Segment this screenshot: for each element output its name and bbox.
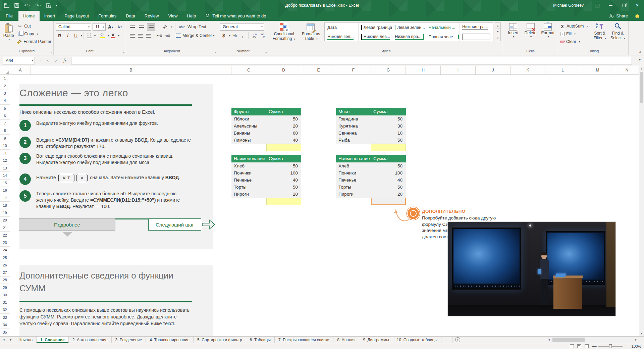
row-header-17[interactable]: 17 [0, 194, 10, 202]
row-header-26[interactable]: 26 [0, 261, 10, 269]
collapse-ribbon-icon[interactable]: ∧ [639, 50, 641, 54]
row-header-32[interactable]: 32 [0, 306, 10, 314]
ribbon-tab-4[interactable]: Data [121, 11, 140, 21]
column-header-A[interactable]: A [10, 66, 31, 75]
decrease-decimal-icon[interactable]: .00→.0 [259, 32, 266, 39]
ribbon-tab-3[interactable]: Formulas [94, 11, 121, 21]
formula-bar-splitter[interactable]: ⋮ [39, 58, 43, 63]
share-button[interactable]: + Share [609, 13, 628, 18]
font-family-select[interactable]: Calibri▾ [56, 23, 91, 31]
video-overlay[interactable] [447, 221, 616, 316]
scroll-left-icon[interactable]: ◄ [546, 338, 552, 341]
row-header-8[interactable]: 8 [0, 127, 10, 135]
row-header-12[interactable]: 12 [0, 157, 10, 164]
align-top-icon[interactable] [128, 23, 136, 31]
page-layout-view-icon[interactable] [577, 344, 581, 348]
row-header-29[interactable]: 29 [0, 284, 10, 291]
style-gallery-item-0[interactable]: Дата [325, 23, 358, 32]
gallery-scroll-down-icon[interactable]: ▼ [495, 29, 500, 35]
bold-button[interactable]: B [56, 32, 64, 39]
sort-filter-button[interactable]: AZ Sort &Filter ▾ [592, 22, 608, 49]
sheet-tab-2[interactable]: 2. Автозаполнение [69, 337, 112, 343]
decrease-indent-icon[interactable]: ⇤≡ [155, 32, 163, 39]
insert-cells-button[interactable]: Insert▾ [505, 22, 521, 49]
style-gallery-item-6[interactable]: Нижняя лев... [359, 32, 392, 42]
delete-cells-button[interactable]: ✕ Delete▾ [523, 22, 539, 49]
horizontal-scroll-thumb[interactable] [552, 338, 585, 342]
highlight-cell-orange[interactable] [371, 198, 406, 205]
font-size-select[interactable]: 11▾ [93, 23, 106, 31]
borders-button[interactable] [85, 32, 93, 39]
sheet-tab-6[interactable]: 6. Таблицы [246, 337, 275, 343]
style-gallery-item-5[interactable]: Нижняя зел... [325, 32, 358, 42]
ribbon-tab-7[interactable]: Help [182, 11, 201, 21]
cancel-entry-icon[interactable]: × [44, 57, 52, 64]
style-gallery-item-7[interactable]: Нижняя пра... [392, 32, 426, 42]
sheet-tab-1[interactable]: 1. Сложение [37, 337, 69, 343]
row-header-28[interactable]: 28 [0, 277, 10, 284]
feedback-smiley-icon[interactable]: ☻ [634, 13, 641, 19]
clipboard-dialog-launcher-icon[interactable]: ↘ [50, 51, 52, 54]
column-header-M[interactable]: M [580, 66, 615, 75]
sheet-tab-11[interactable]: ... [441, 337, 452, 343]
sheet-tab-5[interactable]: 5. Сортировка и фильтр [194, 337, 246, 343]
next-step-button[interactable]: Следующий шаг [148, 218, 201, 231]
gallery-more-icon[interactable]: ▼ [495, 35, 500, 41]
row-header-6[interactable]: 6 [0, 112, 10, 119]
format-cells-button[interactable]: ↔ Format▾ [540, 22, 556, 49]
style-gallery-item-2[interactable]: Левая зелен... [392, 23, 426, 32]
row-header-14[interactable]: 14 [0, 172, 10, 179]
select-all-corner[interactable] [0, 66, 10, 75]
increase-decimal-icon[interactable]: ←.0.00 [251, 32, 258, 39]
column-header-J[interactable]: J [476, 66, 511, 75]
row-header-19[interactable]: 19 [0, 209, 10, 217]
fill-button[interactable]: ↓Fill▾ [560, 30, 590, 38]
horizontal-scrollbar[interactable]: ◄ ► [546, 336, 639, 343]
zoom-slider[interactable] [598, 346, 623, 347]
increase-indent-icon[interactable]: ⇥≡ [163, 32, 171, 39]
sheet-tab-3[interactable]: 3. Разделение [112, 337, 146, 343]
sheet-nav-right-icon[interactable]: ► [7, 337, 15, 343]
style-gallery-item-3[interactable]: Начальный ... [426, 23, 460, 32]
highlight-cell-yellow[interactable] [371, 144, 406, 151]
row-header-22[interactable]: 22 [0, 232, 10, 239]
insert-function-icon[interactable]: fx [61, 57, 69, 64]
underline-button[interactable]: U [72, 32, 80, 39]
number-dialog-launcher-icon[interactable]: ↘ [264, 51, 267, 54]
autosum-button[interactable]: ΣAutoSum▾ [560, 22, 590, 30]
row-header-21[interactable]: 21 [0, 224, 10, 232]
column-header-G[interactable]: G [371, 66, 406, 75]
zoom-level[interactable]: 100% [631, 344, 641, 348]
fill-color-button[interactable] [99, 32, 107, 39]
copy-button[interactable]: Copy▾ [17, 30, 51, 38]
gallery-scroll-up-icon[interactable]: ▲ [495, 23, 500, 29]
row-header-15[interactable]: 15 [0, 180, 10, 187]
comma-style-icon[interactable]: , [239, 32, 246, 39]
column-header-N[interactable]: N [615, 66, 639, 75]
more-details-button[interactable]: Подробнее [19, 218, 115, 231]
expand-formula-bar-icon[interactable]: ▼ [638, 58, 641, 61]
percent-style-icon[interactable]: % [231, 32, 238, 39]
confirm-entry-icon[interactable]: ✓ [52, 57, 60, 64]
row-header-1[interactable]: 1 [0, 75, 10, 82]
row-header-33[interactable]: 33 [0, 314, 10, 321]
highlight-cell-yellow[interactable] [266, 144, 301, 151]
ribbon-tab-5[interactable]: Review [140, 11, 164, 21]
row-header-11[interactable]: 11 [0, 150, 10, 157]
row-header-10[interactable]: 10 [0, 142, 10, 149]
format-as-table-button[interactable]: Format asTable ▾ [299, 22, 323, 49]
format-painter-button[interactable]: Format Painter [17, 38, 51, 45]
vertical-scroll-thumb[interactable] [640, 72, 643, 103]
close-button[interactable]: × [631, 0, 644, 11]
sheet-tab-0[interactable]: Начало [15, 337, 37, 343]
ribbon-tab-6[interactable]: View [163, 11, 182, 21]
name-box-dropdown-icon[interactable]: ▾ [32, 59, 33, 62]
restore-button[interactable] [617, 0, 631, 11]
conditional-formatting-button[interactable]: ≠ ConditionalFormatting ▾ [270, 22, 298, 49]
number-format-select[interactable]: General▾ [220, 23, 264, 31]
row-header-4[interactable]: 4 [0, 97, 10, 105]
ribbon-tab-file[interactable]: File [0, 11, 18, 21]
align-left-icon[interactable] [128, 32, 136, 39]
scroll-right-icon[interactable]: ► [633, 338, 639, 341]
customize-qat-icon[interactable]: ▾ [56, 4, 58, 7]
